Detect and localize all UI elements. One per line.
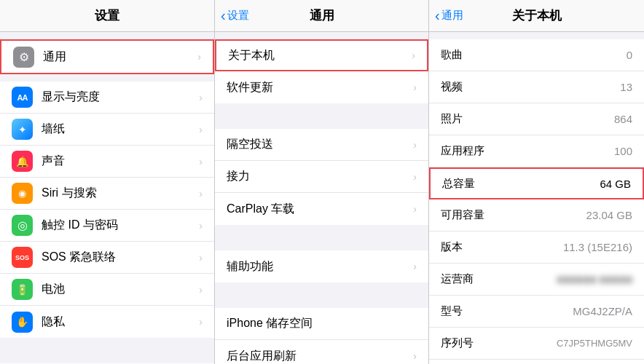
apps-label: 应用程序 xyxy=(441,144,614,158)
touchid-label: 触控 ID 与密码 xyxy=(42,218,196,233)
accessibility-item[interactable]: 辅助功能 › xyxy=(215,250,428,282)
left-panel-scroll: ⚙ 通用 › AA 显示与亮度 › ✦ 墙纸 › 🔔 声音 › xyxy=(0,32,214,364)
battery-icon: 🔋 xyxy=(12,279,33,300)
sidebar-item-battery[interactable]: 🔋 电池 › xyxy=(0,274,214,306)
about-chevron: › xyxy=(412,50,415,61)
siri-label: Siri 与搜索 xyxy=(42,186,196,201)
middle-gap4 xyxy=(215,282,428,308)
videos-value: 13 xyxy=(620,81,632,93)
middle-back-button[interactable]: ‹ 设置 xyxy=(221,7,249,24)
background-refresh-chevron: › xyxy=(413,350,417,362)
sidebar-item-touchid[interactable]: ◎ 触控 ID 与密码 › xyxy=(0,210,214,242)
about-item[interactable]: 关于本机 › xyxy=(215,39,428,71)
general-chevron: › xyxy=(197,51,201,63)
carrier-item: 运营商 ■■■■■■ ■■■■■ xyxy=(429,264,644,296)
background-refresh-label: 后台应用刷新 xyxy=(227,349,410,364)
middle-panel-scroll: 关于本机 › 软件更新 › 隔空投送 › 接力 › CarPlay 车载 › xyxy=(215,32,428,364)
accessibility-label: 辅助功能 xyxy=(227,259,410,274)
capacity-value: 64 GB xyxy=(600,178,631,190)
serial-value: C7JP5THMG5MV xyxy=(557,338,632,349)
airplay-chevron: › xyxy=(413,139,417,151)
model-value: MG4J2ZP/A xyxy=(573,305,632,317)
serial-label: 序列号 xyxy=(441,336,557,350)
middle-group4: iPhone 储存空间 后台应用刷新 › xyxy=(215,308,428,364)
sidebar-item-wallpaper[interactable]: ✦ 墙纸 › xyxy=(0,114,214,146)
handoff-chevron: › xyxy=(413,171,417,183)
middle-group1: 关于本机 › 软件更新 › xyxy=(215,39,428,103)
sidebar-item-siri[interactable]: ◉ Siri 与搜索 › xyxy=(0,178,214,210)
videos-item: 视频 13 xyxy=(429,71,644,103)
sidebar-item-sounds[interactable]: 🔔 声音 › xyxy=(0,146,214,178)
photos-label: 照片 xyxy=(441,112,614,126)
iphone-storage-label: iPhone 储存空间 xyxy=(227,316,417,331)
middle-panel: ‹ 设置 通用 关于本机 › 软件更新 › 隔空投送 › 接力 › xyxy=(215,0,429,364)
videos-label: 视频 xyxy=(441,80,620,94)
software-update-label: 软件更新 xyxy=(227,80,410,95)
carplay-item[interactable]: CarPlay 车载 › xyxy=(215,193,428,225)
left-panel: 设置 ⚙ 通用 › AA 显示与亮度 › ✦ 墙纸 › 🔔 xyxy=(0,0,215,364)
songs-item: 歌曲 0 xyxy=(429,39,644,71)
software-update-chevron: › xyxy=(413,82,417,93)
wifi-item: Wi-Fi 地址 ■■:■■:■■:■■:■■■ xyxy=(429,360,644,364)
carrier-label: 运营商 xyxy=(441,272,557,286)
general-label: 通用 xyxy=(43,50,195,65)
middle-gap3 xyxy=(215,225,428,250)
gap1 xyxy=(0,32,214,39)
version-label: 版本 xyxy=(441,240,563,254)
about-label: 关于本机 xyxy=(228,48,409,63)
right-panel-scroll: 歌曲 0 视频 13 照片 864 应用程序 100 总容量 64 GB 可用容… xyxy=(429,32,644,364)
touchid-chevron: › xyxy=(199,220,203,232)
sounds-icon: 🔔 xyxy=(12,151,33,172)
version-item: 版本 11.3 (15E216) xyxy=(429,232,644,264)
left-nav-bar: 设置 xyxy=(0,0,214,32)
display-chevron: › xyxy=(199,92,203,103)
carplay-label: CarPlay 车载 xyxy=(227,202,410,217)
wallpaper-label: 墙纸 xyxy=(42,122,196,137)
settings-group2: AA 显示与亮度 › ✦ 墙纸 › 🔔 声音 › ◉ Siri 与搜索 › ◎ xyxy=(0,82,214,338)
sos-label: SOS 紧急联络 xyxy=(42,250,196,265)
middle-gap1 xyxy=(215,32,428,39)
middle-panel-title: 通用 xyxy=(310,7,334,24)
model-item: 型号 MG4J2ZP/A xyxy=(429,296,644,328)
sidebar-item-display[interactable]: AA 显示与亮度 › xyxy=(0,82,214,114)
sidebar-item-sos[interactable]: SOS SOS 紧急联络 › xyxy=(0,242,214,274)
right-nav-bar: ‹ 通用 关于本机 xyxy=(429,0,644,32)
middle-gap2 xyxy=(215,103,428,129)
background-refresh-item[interactable]: 后台应用刷新 › xyxy=(215,340,428,364)
model-label: 型号 xyxy=(441,304,573,318)
handoff-item[interactable]: 接力 › xyxy=(215,161,428,193)
siri-icon: ◉ xyxy=(12,183,33,204)
right-gap1 xyxy=(429,32,644,39)
right-back-label: 通用 xyxy=(441,9,463,23)
sos-icon: SOS xyxy=(12,247,33,268)
privacy-chevron: › xyxy=(199,316,203,328)
carrier-value: ■■■■■■ ■■■■■ xyxy=(557,273,632,285)
middle-nav-bar: ‹ 设置 通用 xyxy=(215,0,428,32)
songs-label: 歌曲 xyxy=(441,48,627,62)
carplay-chevron: › xyxy=(413,203,417,215)
gear-icon: ⚙ xyxy=(13,47,34,68)
right-back-button[interactable]: ‹ 通用 xyxy=(435,7,463,24)
airplay-label: 隔空投送 xyxy=(227,137,410,152)
display-icon: AA xyxy=(12,87,33,108)
right-panel: ‹ 通用 关于本机 歌曲 0 视频 13 照片 864 应用程序 100 xyxy=(429,0,644,364)
sidebar-item-general[interactable]: ⚙ 通用 › xyxy=(1,41,213,73)
middle-group3: 辅助功能 › xyxy=(215,250,428,282)
airplay-item[interactable]: 隔空投送 › xyxy=(215,129,428,161)
about-info-group: 歌曲 0 视频 13 照片 864 应用程序 100 总容量 64 GB 可用容… xyxy=(429,39,644,364)
middle-group2: 隔空投送 › 接力 › CarPlay 车载 › xyxy=(215,129,428,225)
iphone-storage-item[interactable]: iPhone 储存空间 xyxy=(215,308,428,340)
available-item: 可用容量 23.04 GB xyxy=(429,199,644,232)
software-update-item[interactable]: 软件更新 › xyxy=(215,71,428,103)
gap3 xyxy=(0,338,214,363)
back-chevron-icon: ‹ xyxy=(221,7,226,24)
wallpaper-icon: ✦ xyxy=(12,119,33,140)
display-label: 显示与亮度 xyxy=(42,90,196,105)
sidebar-item-privacy[interactable]: ✋ 隐私 › xyxy=(0,306,214,338)
privacy-label: 隐私 xyxy=(42,314,196,330)
right-back-chevron-icon: ‹ xyxy=(435,7,440,24)
sos-chevron: › xyxy=(199,252,203,264)
right-panel-title: 关于本机 xyxy=(512,7,562,24)
general-group: ⚙ 通用 › xyxy=(0,39,214,74)
battery-chevron: › xyxy=(199,284,203,296)
